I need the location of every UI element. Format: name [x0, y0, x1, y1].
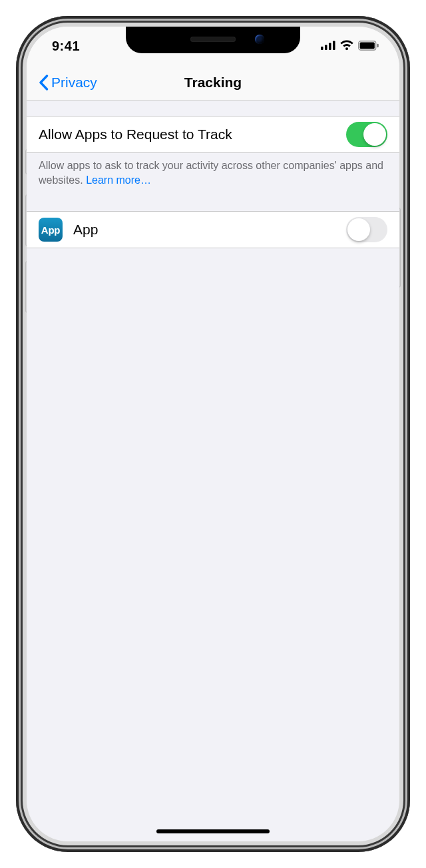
phone-frame: 9:41 Privacy Tracking Allow Apps to Requ… [16, 16, 410, 852]
allow-apps-to-track-row[interactable]: Allow Apps to Request to Track [27, 116, 399, 153]
tracking-footer: Allow apps to ask to track your activity… [27, 153, 399, 187]
back-button[interactable]: Privacy [33, 71, 103, 95]
cellular-icon [321, 41, 335, 50]
tracking-master-group: Allow Apps to Request to Track Allow app… [27, 116, 399, 187]
content: Allow Apps to Request to Track Allow app… [27, 101, 399, 248]
battery-icon [358, 41, 379, 51]
svg-rect-6 [377, 43, 379, 47]
svg-rect-5 [360, 42, 375, 49]
home-indicator[interactable] [156, 829, 270, 833]
screen: 9:41 Privacy Tracking Allow Apps to Requ… [27, 27, 399, 841]
wifi-icon [339, 40, 354, 51]
allow-apps-to-track-label: Allow Apps to Request to Track [39, 126, 346, 142]
nav-bar: Privacy Tracking [27, 64, 399, 101]
allow-apps-to-track-toggle[interactable] [346, 122, 387, 147]
app-tracking-toggle[interactable] [346, 217, 387, 242]
apps-group: App App [27, 211, 399, 248]
back-label: Privacy [51, 75, 97, 91]
notch [126, 27, 300, 53]
chevron-left-icon [39, 75, 49, 91]
app-label: App [73, 222, 346, 238]
app-icon: App [39, 218, 63, 242]
svg-rect-3 [333, 41, 335, 51]
speaker [190, 37, 236, 42]
front-camera [255, 35, 264, 44]
svg-rect-0 [321, 47, 323, 50]
svg-rect-1 [325, 45, 327, 51]
learn-more-link[interactable]: Learn more… [86, 174, 151, 186]
page-title: Tracking [184, 75, 242, 91]
svg-rect-2 [329, 43, 331, 51]
status-time: 9:41 [52, 39, 80, 54]
status-icons [321, 40, 379, 51]
app-row[interactable]: App App [27, 211, 399, 248]
